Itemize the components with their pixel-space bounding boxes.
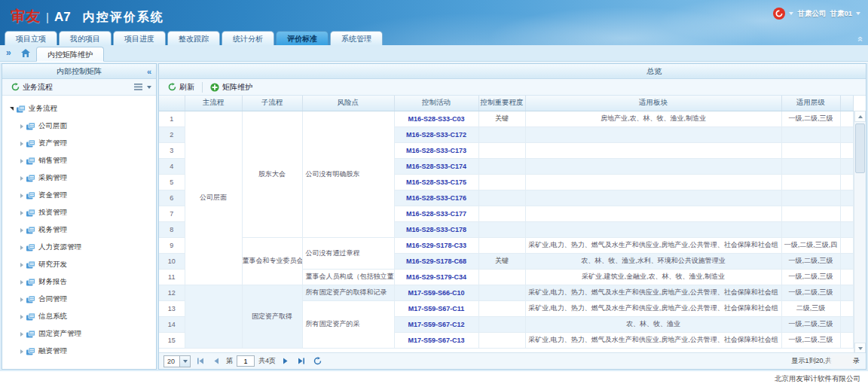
tree-item[interactable]: 合同管理 [2, 291, 156, 308]
applicable-level-cell [781, 221, 840, 237]
control-activity-link[interactable]: M16-S28-S33-C176 [406, 194, 466, 202]
column-header [159, 96, 185, 111]
tree-collapsed-icon[interactable] [20, 245, 23, 250]
row-number-cell: 13 [159, 300, 185, 316]
prev-page-button[interactable] [210, 355, 222, 367]
applicable-plate-cell: 农、林、牧、渔业,水利、环境和公共设施管理业 [525, 253, 781, 269]
control-activity-link[interactable]: M16-S28-S33-C173 [406, 147, 466, 154]
tree-item[interactable]: 资金管理 [2, 187, 156, 204]
main-toolbar: 刷新 矩阵维护 [159, 79, 866, 96]
control-activity-link[interactable]: M17-S59-S67-C12 [408, 321, 464, 328]
collapse-left-icon[interactable]: « [147, 64, 151, 79]
tree-collapsed-icon[interactable] [20, 263, 23, 267]
control-activity-link[interactable]: M17-S59-S67-C11 [408, 305, 465, 312]
tree-item[interactable]: 公司层面 [2, 117, 156, 135]
tree-item[interactable]: 财务报告 [2, 273, 156, 291]
nav-tab[interactable]: 系统管理 [330, 31, 383, 45]
control-activity-link[interactable]: M16-S29-S179-C34 [406, 273, 466, 281]
tree-collapsed-icon[interactable] [20, 159, 23, 163]
importance-cell [478, 300, 525, 316]
tree-collapsed-icon[interactable] [20, 124, 23, 129]
tree-item[interactable]: 投资管理 [2, 204, 156, 221]
applicable-level-cell [781, 174, 840, 190]
tree-collapsed-icon[interactable] [20, 280, 23, 285]
main-panel: 总览 刷新 矩阵维护 [158, 63, 866, 370]
control-activity-link[interactable]: M16-S28-S33-C03 [408, 115, 464, 123]
chevron-down-icon[interactable] [856, 12, 860, 15]
next-page-button[interactable] [280, 355, 292, 367]
tree-collapsed-icon[interactable] [20, 297, 23, 302]
tree-item[interactable]: 税务管理 [2, 221, 156, 239]
tree-collapsed-icon[interactable] [20, 142, 23, 146]
control-activity-link[interactable]: M16-S28-S33-C174 [406, 163, 466, 170]
control-activity-link[interactable]: M16-S28-S33-C175 [406, 178, 466, 186]
filler-cell [840, 206, 854, 221]
open-page-tab[interactable]: 内控矩阵维护 [36, 47, 104, 62]
tree-collapsed-icon[interactable] [20, 193, 23, 198]
tree-collapsed-icon[interactable] [20, 228, 23, 233]
nav-tab[interactable]: 统计分析 [222, 31, 274, 45]
control-activity-cell: M16-S28-S33-C177 [394, 206, 478, 221]
control-activity-cell: M16-S28-S33-C176 [394, 190, 478, 206]
scroll-up-icon[interactable] [854, 111, 866, 122]
nav-tab[interactable]: 评价标准 [276, 31, 329, 45]
process-node-icon [26, 123, 35, 130]
refresh-button[interactable]: 刷新 [164, 81, 199, 94]
importance-cell: 关键 [478, 253, 525, 269]
applicable-plate-cell [525, 221, 781, 237]
control-activity-link[interactable]: M16-S28-S33-C178 [406, 226, 466, 233]
control-activity-link[interactable]: M17-S59-S66-C10 [408, 289, 464, 297]
tree-item[interactable]: 研究开发 [2, 256, 156, 273]
collapse-up-icon[interactable]: » [854, 36, 863, 41]
first-page-button[interactable] [194, 355, 206, 367]
control-activity-link[interactable]: M16-S28-S33-C172 [406, 131, 466, 139]
list-view-icon[interactable] [134, 84, 142, 90]
tree-collapsed-icon[interactable] [20, 176, 23, 181]
nav-tab[interactable]: 整改跟踪 [167, 31, 220, 45]
home-icon[interactable] [21, 49, 30, 57]
control-activity-link[interactable]: M16-S29-S178-C68 [406, 257, 466, 265]
tree-collapsed-icon[interactable] [20, 211, 23, 215]
applicable-level-cell: 一级,二级,三级 [781, 111, 840, 126]
tree-item[interactable]: 融资管理 [2, 343, 156, 360]
tree-collapsed-icon[interactable] [20, 332, 23, 337]
breadcrumb: » 内控矩阵维护 [0, 45, 868, 62]
tree-item[interactable]: 固定资产管理 [2, 325, 156, 343]
scrollbar-thumb[interactable] [855, 123, 865, 173]
page-number-input[interactable] [237, 355, 255, 367]
chevron-down-icon[interactable] [147, 86, 151, 89]
applicable-plate-cell [525, 142, 781, 158]
last-page-button[interactable] [295, 355, 307, 367]
control-activity-link[interactable]: M17-S59-S67-C13 [408, 337, 464, 344]
tree-item[interactable]: 采购管理 [2, 169, 156, 187]
vertical-scrollbar[interactable] [854, 111, 866, 354]
process-filter-button[interactable]: 业务流程 [7, 81, 57, 94]
tree-expanded-icon[interactable] [10, 107, 14, 111]
control-activity-link[interactable]: M16-S28-S33-C177 [406, 210, 466, 218]
tree-item[interactable]: 销售管理 [2, 152, 156, 169]
nav-tab[interactable]: 项目进度 [113, 31, 166, 45]
tree-root[interactable]: 业务流程 [2, 100, 156, 117]
chevron-down-icon[interactable] [179, 356, 190, 367]
tree-collapsed-icon[interactable] [20, 349, 23, 354]
process-node-icon [26, 296, 35, 303]
data-grid: 主流程子流程风险点控制活动控制重要程度适用板块适用层级 1公司层面股东大会公司没… [159, 96, 854, 354]
row-number-cell: 7 [159, 206, 185, 221]
page-size-select[interactable]: 20 [164, 355, 191, 367]
main-panel-title: 总览 [646, 64, 662, 79]
expand-menu-icon[interactable]: » [6, 47, 11, 58]
brand-logo: 审友 [11, 7, 41, 26]
tree-item[interactable]: 信息系统 [2, 308, 156, 325]
chevron-down-icon[interactable] [789, 12, 793, 15]
tree-item[interactable]: 资产管理 [2, 135, 156, 152]
nav-tab[interactable]: 项目立项 [5, 31, 57, 45]
matrix-maintain-button[interactable]: 矩阵维护 [206, 81, 257, 94]
control-activity-link[interactable]: M16-S29-S178-C33 [406, 242, 466, 249]
tree-item[interactable]: 人力资源管理 [2, 239, 156, 256]
tree-collapsed-icon[interactable] [20, 315, 23, 319]
notice-badge-icon[interactable] [773, 8, 785, 20]
nav-tab[interactable]: 我的项目 [59, 31, 112, 45]
pager-refresh-icon[interactable] [311, 355, 323, 367]
row-number-cell: 5 [159, 174, 185, 190]
main-process-cell [185, 285, 242, 348]
